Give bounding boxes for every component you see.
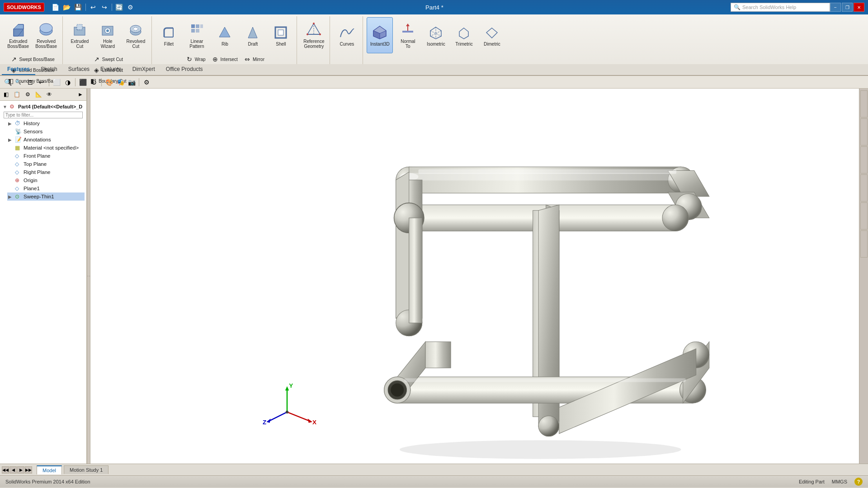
scene-icon[interactable]: 🎭 — [115, 77, 125, 87]
sidebar-resize-handle[interactable]: ⋮ — [87, 89, 90, 464]
tree-root[interactable]: ▼ ⚙ Part4 (Default<<Default>_D — [2, 103, 85, 111]
isometric-button[interactable]: Isometric — [423, 17, 449, 53]
tab-surfaces[interactable]: Surfaces — [63, 64, 95, 75]
swept-cut-button[interactable]: ↗ Swept Cut — [91, 54, 125, 64]
tab-sketch[interactable]: Sketch — [35, 64, 63, 75]
mirror-button[interactable]: ⇔ Mirror — [241, 54, 266, 64]
dynamic-annotation-icon[interactable]: ⊙ — [89, 77, 99, 87]
trimetric-icon — [456, 24, 472, 41]
dim-xpert-icon[interactable]: 📐 — [33, 89, 43, 99]
prev-page-button[interactable]: ◀ — [9, 466, 17, 474]
revolved-boss-base-button[interactable]: RevolvedBoss/Base — [33, 17, 59, 53]
zoom-out-icon[interactable]: 🔍- — [14, 77, 24, 87]
open-button[interactable]: 📂 — [62, 2, 72, 12]
tab-dimxpert[interactable]: DimXpert — [127, 64, 160, 75]
status-left: SolidWorks Premium 2014 x64 Edition — [5, 479, 90, 484]
config-manager-icon[interactable]: ⚙ — [23, 89, 33, 99]
swept-boss-label: Swept Boss/Base — [19, 57, 55, 62]
right-panel-icon-4[interactable] — [860, 174, 868, 202]
tree-origin[interactable]: ▶ ⊕ Origin — [7, 176, 85, 184]
rib-button[interactable]: Rib — [212, 17, 238, 53]
last-page-button[interactable]: ▶▶ — [25, 466, 32, 474]
swept-boss-base-button[interactable]: ↗ Swept Boss/Base — [8, 54, 57, 64]
tab-features[interactable]: Features — [2, 64, 35, 75]
sw-logo[interactable]: SOLIDWORKS — [4, 3, 44, 12]
tree-material[interactable]: ▶ ▦ Material <not specified> — [7, 144, 85, 152]
render-tools-icon[interactable]: 📷 — [127, 77, 137, 87]
extruded-cut-button[interactable]: ExtrudedCut — [66, 17, 93, 53]
prev-view-icon[interactable]: ↩ — [37, 77, 47, 87]
feature-manager-icon[interactable]: ◧ — [1, 89, 11, 99]
right-panel-icon-1[interactable] — [860, 90, 868, 117]
tree-origin-label: Origin — [24, 178, 38, 183]
rebuild-button[interactable]: 🔄 — [114, 2, 124, 12]
boss-base-group: ExtrudedBoss/Base RevolvedBoss/Base ↗ Sw… — [2, 16, 63, 64]
linear-pattern-label: LinearPattern — [189, 39, 204, 49]
swept-cut-icon: ↗ — [93, 55, 101, 63]
zoom-fit-icon[interactable]: ⊡ — [25, 77, 35, 87]
close-button[interactable]: ✕ — [854, 3, 864, 12]
tree-front-plane[interactable]: ▶ ◇ Front Plane — [7, 152, 85, 160]
help-button[interactable]: ? — [854, 478, 863, 486]
normal-to-button[interactable]: NormalTo — [395, 17, 421, 53]
property-manager-icon[interactable]: 📋 — [12, 89, 22, 99]
right-panel-icon-5[interactable] — [860, 202, 868, 230]
right-panel-icon-6[interactable] — [860, 230, 868, 258]
expand-all-icon[interactable]: ► — [75, 89, 85, 99]
restore-button[interactable]: ❐ — [842, 3, 853, 12]
tree-filter-input[interactable] — [4, 112, 83, 118]
right-panel-icon-2[interactable] — [860, 118, 868, 145]
search-box[interactable]: 🔍 Search SolidWorks Help — [731, 3, 830, 12]
options-button[interactable]: ⚙ — [126, 2, 136, 12]
tab-office-products[interactable]: Office Products — [160, 64, 208, 75]
redo-button[interactable]: ↪ — [99, 2, 109, 12]
tree-sensors[interactable]: ▶ 📡 Sensors — [7, 127, 85, 136]
settings-icon[interactable]: ⚙ — [142, 77, 151, 87]
hole-wizard-button[interactable]: HoleWizard — [94, 17, 121, 53]
draft-button[interactable]: Draft — [240, 17, 266, 53]
undo-button[interactable]: ↩ — [88, 2, 98, 12]
fillet-button[interactable]: Fillet — [156, 17, 182, 53]
dimetric-button[interactable]: Dimetric — [479, 17, 505, 53]
display-style-icon[interactable]: ⬜ — [52, 77, 61, 87]
intersect-button[interactable]: ⊕ Intersect — [209, 54, 240, 64]
reference-geometry-button[interactable]: ReferenceGeometry — [301, 17, 327, 53]
minimize-button[interactable]: − — [830, 3, 841, 12]
tab-motion-study[interactable]: Motion Study 1 — [64, 465, 108, 474]
svg-rect-32 — [402, 31, 413, 33]
tree-history[interactable]: ▶ ⏱ History — [7, 119, 85, 127]
right-panel-icon-3[interactable] — [860, 146, 868, 174]
appearance-icon[interactable]: 🎨 — [104, 77, 114, 87]
tab-model[interactable]: Model — [37, 465, 62, 474]
new-button[interactable]: 📄 — [51, 2, 61, 12]
tree-sweep-thin1[interactable]: ▶ ⊙ Sweep-Thin1 — [7, 192, 85, 201]
next-page-button[interactable]: ▶ — [17, 466, 24, 474]
extruded-boss-base-button[interactable]: ExtrudedBoss/Base — [5, 17, 31, 53]
svg-point-26 — [313, 23, 315, 24]
section-view-icon[interactable]: ⬛ — [78, 77, 88, 87]
tree-sensors-icon: 📡 — [15, 128, 22, 135]
zoom-in-icon[interactable]: 🔍 — [3, 77, 13, 87]
instant3d-button[interactable]: Instant3D — [367, 17, 393, 53]
svg-point-50 — [662, 205, 689, 231]
viewport[interactable]: Y X Z — [90, 89, 859, 464]
feature-tree: ▼ ⚙ Part4 (Default<<Default>_D ▶ ⏱ Histo… — [0, 101, 86, 464]
shaded-icon[interactable]: ◑ — [63, 77, 73, 87]
save-button[interactable]: 💾 — [73, 2, 83, 12]
trimetric-button[interactable]: Trimetric — [451, 17, 477, 53]
tree-annotations[interactable]: ▶ 📝 Annotations — [7, 136, 85, 144]
revolved-cut-button[interactable]: RevolvedCut — [123, 17, 149, 53]
tree-right-plane[interactable]: ▶ ◇ Right Plane — [7, 168, 85, 176]
first-page-button[interactable]: ◀◀ — [2, 466, 9, 474]
tree-top-plane[interactable]: ▶ ◇ Top Plane — [7, 160, 85, 168]
shell-button[interactable]: Shell — [268, 17, 294, 53]
linear-pattern-button[interactable]: LinearPattern — [184, 17, 210, 53]
status-bar: SolidWorks Premium 2014 x64 Edition Edit… — [0, 475, 868, 487]
display-manager-icon[interactable]: 👁 — [44, 89, 54, 99]
tree-right-plane-label: Right Plane — [24, 169, 50, 175]
wrap-button[interactable]: ↻ Wrap — [184, 54, 208, 64]
curves-button[interactable]: Curves — [334, 17, 360, 53]
tree-plane1[interactable]: ▶ ◇ Plane1 — [7, 184, 85, 192]
tab-evaluate[interactable]: Evaluate — [95, 64, 127, 75]
rib-label: Rib — [222, 42, 228, 47]
